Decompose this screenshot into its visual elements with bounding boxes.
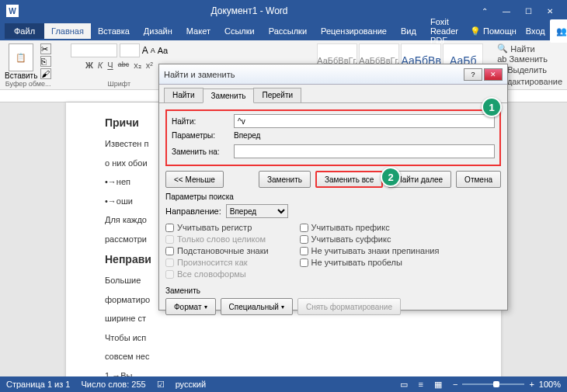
subscript-button[interactable]: x₂ bbox=[134, 61, 141, 71]
less-button[interactable]: << Меньше bbox=[165, 171, 224, 188]
statusbar: Страница 1 из 1 Число слов: 255 ☑ русски… bbox=[0, 376, 567, 392]
check-suffix[interactable] bbox=[300, 235, 308, 244]
shrink-font-icon[interactable]: A bbox=[151, 47, 155, 54]
params-value: Вперед bbox=[234, 131, 260, 140]
dialog-title: Найти и заменить bbox=[164, 70, 462, 79]
tab-view[interactable]: Вид bbox=[394, 23, 423, 39]
clipboard-group: 📋 Вставить ✂ ⎘ 🖌 Буфер обме... bbox=[5, 43, 51, 86]
cancel-button[interactable]: Отмена bbox=[456, 171, 501, 188]
replace-section-label: Заменить bbox=[165, 286, 501, 295]
special-button[interactable]: Специальный bbox=[221, 298, 293, 315]
share-icon: 👥 bbox=[556, 26, 567, 36]
paste-label[interactable]: Вставить bbox=[5, 71, 37, 80]
ribbon-tabs: Файл Главная Вставка Дизайн Макет Ссылки… bbox=[0, 22, 567, 40]
zoom-in-icon[interactable]: + bbox=[529, 380, 534, 389]
print-layout-icon[interactable]: ≡ bbox=[419, 380, 423, 389]
font-size-select[interactable] bbox=[120, 43, 140, 57]
replace-all-button[interactable]: Заменить все bbox=[315, 171, 383, 188]
check-wildcards[interactable] bbox=[165, 247, 174, 255]
check-ignore-punct[interactable] bbox=[300, 247, 308, 255]
find-replace-dialog: Найти и заменить ? ✕ Найти Заменить Пере… bbox=[158, 64, 508, 310]
check-prefix[interactable] bbox=[300, 224, 308, 232]
grow-font-icon[interactable]: A bbox=[142, 45, 148, 56]
tab-design[interactable]: Дизайн bbox=[137, 23, 179, 39]
tab-replace[interactable]: Заменить bbox=[203, 88, 255, 103]
format-button[interactable]: Формат bbox=[165, 298, 216, 315]
zoom-out-icon[interactable]: − bbox=[453, 380, 457, 389]
check-word-forms bbox=[165, 270, 174, 279]
minimize-button[interactable]: — bbox=[496, 3, 517, 19]
params-label: Параметры: bbox=[172, 131, 234, 140]
close-button[interactable]: ✕ bbox=[539, 3, 561, 19]
body-text: 1.→Вы bbox=[105, 369, 462, 377]
tab-mailings[interactable]: Рассылки bbox=[262, 23, 314, 39]
dialog-tabs: Найти Заменить Перейти bbox=[159, 85, 507, 103]
check-sounds-like bbox=[165, 258, 174, 267]
maximize-button[interactable]: ☐ bbox=[517, 3, 539, 19]
replace-with-label: Заменить на: bbox=[172, 147, 234, 156]
paste-icon[interactable]: 📋 bbox=[9, 43, 33, 71]
check-ignore-space[interactable] bbox=[300, 258, 308, 267]
cut-icon[interactable]: ✂ bbox=[40, 43, 51, 54]
body-text: Чтобы исп bbox=[105, 331, 462, 345]
tab-review[interactable]: Рецензирование bbox=[314, 23, 394, 39]
tab-references[interactable]: Ссылки bbox=[217, 23, 262, 39]
dialog-close-button[interactable]: ✕ bbox=[484, 68, 503, 81]
group-label: Буфер обме... bbox=[5, 80, 51, 88]
find-button[interactable]: 🔍Найти bbox=[497, 43, 562, 54]
tell-me[interactable]: 💡Помощн bbox=[465, 23, 521, 40]
search-params-label: Параметры поиска bbox=[165, 193, 501, 201]
tab-find[interactable]: Найти bbox=[164, 88, 203, 102]
direction-select[interactable]: Вперед bbox=[226, 204, 288, 218]
sign-in[interactable]: Вход bbox=[521, 23, 550, 39]
tab-layout[interactable]: Макет bbox=[179, 23, 217, 39]
check-whole-word bbox=[165, 235, 174, 244]
page-indicator[interactable]: Страница 1 из 1 bbox=[6, 380, 70, 389]
replace-input[interactable] bbox=[234, 144, 495, 158]
strike-button[interactable]: abc bbox=[118, 61, 130, 71]
copy-icon[interactable]: ⎘ bbox=[40, 56, 51, 67]
change-case-icon[interactable]: Aa bbox=[158, 46, 168, 55]
zoom-slider[interactable]: − + 100% bbox=[453, 380, 561, 389]
underline-button[interactable]: Ч bbox=[107, 61, 113, 71]
proofing-icon[interactable]: ☑ bbox=[157, 380, 165, 390]
tab-file[interactable]: Файл bbox=[5, 23, 44, 39]
window-title: Документ1 - Word bbox=[25, 5, 474, 16]
zoom-level[interactable]: 100% bbox=[539, 380, 561, 389]
ribbon-options-icon[interactable]: ⌃ bbox=[474, 3, 496, 19]
share-button[interactable]: 👥Общий доступ bbox=[550, 19, 567, 43]
language-indicator[interactable]: русский bbox=[176, 380, 206, 389]
italic-button[interactable]: К bbox=[98, 61, 103, 71]
superscript-button[interactable]: x² bbox=[146, 61, 153, 71]
highlight-box-1: Найти: Параметры: Вперед Заменить на: bbox=[165, 109, 501, 166]
check-case[interactable] bbox=[165, 224, 174, 232]
replace-one-button[interactable]: Заменить bbox=[259, 171, 311, 188]
find-label: Найти: bbox=[172, 117, 234, 126]
tab-goto[interactable]: Перейти bbox=[253, 88, 301, 102]
replace-button[interactable]: abЗаменить bbox=[497, 54, 562, 64]
body-text: совсем нес bbox=[105, 350, 462, 363]
annotation-callout-2: 2 bbox=[381, 167, 401, 187]
titlebar: W Документ1 - Word ⌃ — ☐ ✕ bbox=[0, 0, 567, 22]
search-icon: 🔍 bbox=[497, 43, 508, 54]
find-input[interactable] bbox=[234, 114, 495, 128]
annotation-callout-1: 1 bbox=[482, 97, 502, 117]
word-app-icon: W bbox=[6, 5, 19, 17]
lightbulb-icon: 💡 bbox=[470, 26, 481, 36]
clear-format-button: Снять форматирование bbox=[297, 298, 401, 315]
dialog-titlebar[interactable]: Найти и заменить ? ✕ bbox=[159, 64, 507, 85]
read-mode-icon[interactable]: ▭ bbox=[400, 380, 408, 390]
tab-insert[interactable]: Вставка bbox=[91, 23, 137, 39]
group-label: Шрифт bbox=[108, 80, 131, 88]
replace-icon: ab bbox=[497, 54, 506, 64]
dialog-body: Найти: Параметры: Вперед Заменить на: <<… bbox=[159, 103, 507, 323]
tab-home[interactable]: Главная bbox=[44, 23, 91, 39]
web-layout-icon[interactable]: ▦ bbox=[434, 380, 442, 390]
direction-label: Направление: bbox=[165, 206, 221, 216]
font-family-select[interactable] bbox=[71, 43, 117, 57]
dialog-help-button[interactable]: ? bbox=[464, 68, 482, 81]
bold-button[interactable]: Ж bbox=[85, 61, 93, 71]
format-painter-icon[interactable]: 🖌 bbox=[40, 68, 51, 79]
word-count[interactable]: Число слов: 255 bbox=[81, 380, 145, 389]
